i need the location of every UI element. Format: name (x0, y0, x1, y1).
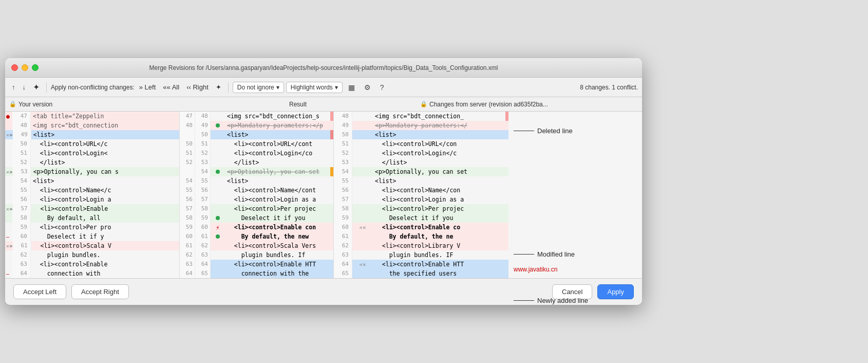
newly-added-annotation: Newly added line (514, 297, 642, 304)
left-row-62: 62 plugin bundles. (5, 250, 179, 260)
deleted-line-annotation: Deleted line (514, 127, 642, 135)
mid-row-60: 60 61 By default, the new (180, 232, 333, 241)
right-row-50: 50 <list> (334, 130, 508, 139)
right-row-51: 51 <li><control>URL</con (334, 139, 508, 149)
left-row-58: 58 By default, all (5, 213, 179, 223)
do-not-ignore-dropdown[interactable]: Do not ignore ▾ (233, 82, 284, 93)
title-bar: Merge Revisions for /Users/anna.gasparya… (5, 58, 642, 78)
left-row-57: ✕» 57 <li><control>Enable (5, 204, 179, 213)
gear-button[interactable]: ⚙ (361, 81, 374, 94)
right-column-header: 🔒 Changes from server (revision ad635f2b… (416, 101, 591, 108)
navigate-up-button[interactable]: ↑ (9, 82, 18, 93)
footer-left-buttons: Accept Left Accept Right (13, 284, 129, 299)
mid-row-57: 57 58 <li><control>Per projec (180, 204, 333, 213)
left-row-47: ● 47 <tab title="Zeppelin (5, 112, 179, 121)
mid-row-62: 62 63 plugin bundles. If (180, 250, 333, 260)
right-row-48: 48 <img src="bdt_connection_ (334, 112, 508, 121)
apply-non-conflicting-label: Apply non-conflicting changes: (51, 84, 135, 91)
annotation-area: Deleted line Modified line Newly added l… (508, 112, 642, 278)
traffic-lights (11, 64, 39, 71)
lock-icon-left: 🔒 (9, 101, 16, 107)
accept-right-button[interactable]: Accept Right (71, 284, 129, 299)
mid-row-51: 51 52 <li><control>Login</co (180, 149, 333, 158)
grid-view-button[interactable]: ▦ (345, 81, 358, 94)
separator2 (228, 82, 229, 93)
column-headers: 🔒 Your version Result 🔒 Changes from ser… (5, 97, 642, 112)
right-row-63: 63 plugin bundles. IF (334, 250, 508, 260)
mid-row-64: 64 65 connection with the (180, 269, 333, 278)
mid-row-47: 47 48 <img src="bdt_connection_s (180, 112, 333, 121)
accept-left-button[interactable]: Accept Left (13, 284, 66, 299)
left-row-49: ✕» 49 <list> (5, 130, 179, 139)
left-row-52: 52 </list> (5, 158, 179, 167)
left-row-61: ✕» 61 <li><control>Scala V (5, 241, 179, 250)
mid-row-52: 52 53 </list> (180, 158, 333, 167)
left-panel: ● 47 <tab title="Zeppelin 48 <img src="b… (5, 112, 180, 278)
green-dot-mod (216, 170, 220, 174)
apply-all-button[interactable]: «« All (160, 82, 182, 93)
right-row-60: 60 «✕ <li><control>Enable co (334, 223, 508, 232)
mid-row-49: 50 <list> (180, 130, 333, 139)
middle-panel: 47 48 <img src="bdt_connection_s 48 49 <… (180, 112, 334, 278)
mid-row-48: 48 49 <p>Mandatory parameters:</p (180, 121, 333, 130)
mid-row-55: 55 56 <li><control>Name</cont (180, 186, 333, 195)
highlight-words-dropdown[interactable]: Highlight words ▾ (286, 82, 343, 93)
window-title: Merge Revisions for /Users/anna.gasparya… (149, 64, 498, 71)
mid-row-56: 56 57 <li><control>Login as a (180, 195, 333, 204)
right-row-49: 49 <p>Mandatory parameters:</ (334, 121, 508, 130)
right-row-56: 56 <li><control>Name</con (334, 186, 508, 195)
left-row-48: 48 <img src="bdt_connection (5, 121, 179, 130)
right-row-52: 52 <li><control>Login</c (334, 149, 508, 158)
watermark: www.javatiku.cn (514, 266, 557, 273)
left-row-63: 63 <li><control>Enable (5, 260, 179, 269)
right-row-58: 58 <li><control>Per projec (334, 204, 508, 213)
mid-row-59: 59 60 ⚡ <li><control>Enable con (180, 223, 333, 232)
minimize-button[interactable] (22, 64, 28, 71)
left-row-59: 59 <li><control>Per pro (5, 223, 179, 232)
right-row-62: 62 <li><control>Library V (334, 241, 508, 250)
magic-wand-button[interactable]: ✦ (30, 81, 42, 94)
maximize-button[interactable] (32, 64, 39, 71)
left-row-50: 50 <li><control>URL</c (5, 139, 179, 149)
left-row-60: — 60 Deselect it if y (5, 232, 179, 241)
right-row-59: 59 Deselect it if you (334, 213, 508, 223)
right-row-53: 53 </list> (334, 158, 508, 167)
right-row-65: 65 the specified users (334, 269, 508, 278)
left-row-53: ✕» 53 <p>Optionally, you can s (5, 167, 179, 176)
mid-row-50: 50 51 <li><control>URL</cont (180, 139, 333, 149)
right-row-57: 57 <li><control>Login as a (334, 195, 508, 204)
help-button[interactable]: ? (376, 81, 388, 94)
navigate-down-button[interactable]: ↓ (20, 82, 29, 93)
separator (46, 82, 47, 93)
mid-row-58: 58 59 Deselect it if you (180, 213, 333, 223)
error-icon: ● (6, 113, 10, 120)
left-row-56: 56 <li><control>Login a (5, 195, 179, 204)
mid-row-54: 54 55 <list> (180, 176, 333, 186)
close-button[interactable] (11, 64, 18, 71)
left-row-54: 54 <list> (5, 176, 179, 186)
middle-column-header: Result (211, 101, 385, 108)
mid-row-53: 54 <p>Optionally, you can set (180, 167, 333, 176)
mid-row-63: 63 64 <li><control>Enable HTT (180, 260, 333, 269)
left-row-51: 51 <li><control>Login< (5, 149, 179, 158)
mid-row-61: 61 62 <li><control>Scala Vers (180, 241, 333, 250)
right-row-64: 64 «✕ <li><control>Enable HTT (334, 260, 508, 269)
right-row-61: 61 By default, the ne (334, 232, 508, 241)
toolbar: ↑ ↓ ✦ Apply non-conflicting changes: » L… (5, 78, 642, 97)
right-row-54: 54 <p>Optionally, you can set (334, 167, 508, 176)
lock-icon-right: 🔒 (420, 101, 427, 107)
modified-line-annotation: Modified line (514, 250, 642, 258)
left-row-55: 55 <li><control>Name</c (5, 186, 179, 195)
apply-settings-button[interactable]: ✦ (213, 82, 224, 93)
merge-dialog: Merge Revisions for /Users/anna.gasparya… (5, 58, 642, 305)
apply-left-button[interactable]: » Left (137, 82, 159, 93)
right-panel: 48 <img src="bdt_connection_ 49 <p>Manda… (334, 112, 508, 278)
right-row-55: 55 <list> (334, 176, 508, 186)
conflict-status: 8 changes. 1 conflict. (580, 84, 638, 91)
left-column-header: 🔒 Your version (5, 101, 180, 108)
left-row-64: — 64 connection with (5, 269, 179, 278)
apply-right-button[interactable]: ‹‹ Right (184, 82, 211, 93)
